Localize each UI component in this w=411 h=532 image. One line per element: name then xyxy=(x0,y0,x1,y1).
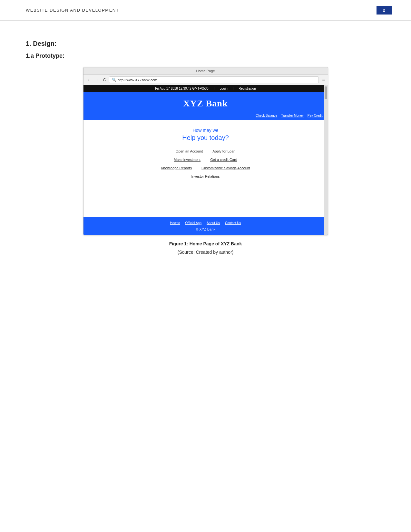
registration-link[interactable]: Registration xyxy=(239,87,256,90)
browser-tab-title: Home Page xyxy=(196,69,215,73)
site-datetime: Fri Aug 17 2018 12:39:42 GMT+0530 xyxy=(155,87,208,90)
customizable-savings-link[interactable]: Customizable Savings Account xyxy=(201,166,250,170)
website-content: Fri Aug 17 2018 12:39:42 GMT+0530 | Logi… xyxy=(83,85,328,235)
browser-main-area: Fri Aug 17 2018 12:39:42 GMT+0530 | Logi… xyxy=(83,85,328,235)
bank-title: XYZ Bank xyxy=(89,98,323,109)
browser-title-bar: Home Page xyxy=(83,67,328,75)
doc-title: WEBSITE DESIGN AND DEVELOPMENT xyxy=(26,8,119,13)
site-links-row-4: Investor Relations xyxy=(89,174,323,178)
apply-loan-link[interactable]: Apply for Loan xyxy=(212,149,235,153)
site-navbar: Check Balance Transfer Money Pay Credit xyxy=(83,113,328,120)
scroll-thumb[interactable] xyxy=(325,86,327,99)
site-links-row-2: Make investment Get a credit Card xyxy=(89,158,323,162)
section-1a-heading: 1.a Prototype: xyxy=(26,53,385,59)
forward-button[interactable]: → xyxy=(94,77,100,83)
separator-2: | xyxy=(233,87,234,90)
login-link[interactable]: Login xyxy=(220,87,227,90)
site-footer: How to Official App About Us Contact Us … xyxy=(83,217,328,235)
section-1-heading: 1. Design: xyxy=(26,40,385,47)
doc-content: 1. Design: 1.a Prototype: Home Page ← → … xyxy=(0,21,411,268)
site-header: XYZ Bank xyxy=(83,92,328,113)
site-status-bar: Fri Aug 17 2018 12:39:42 GMT+0530 | Logi… xyxy=(83,85,328,92)
scrollbar[interactable] xyxy=(324,85,328,235)
url-bar[interactable]: 🔍 http://www.XYZbank.com xyxy=(109,76,319,83)
pay-credit-link[interactable]: Pay Credit xyxy=(308,114,323,117)
make-investment-link[interactable]: Make investment xyxy=(174,158,201,162)
official-app-link[interactable]: Official App xyxy=(185,221,201,225)
doc-page-number: 2 xyxy=(377,6,392,15)
figure-source: (Source: Created by author) xyxy=(26,250,385,255)
get-credit-card-link[interactable]: Get a credit Card xyxy=(210,158,237,162)
browser-viewport: Fri Aug 17 2018 12:39:42 GMT+0530 | Logi… xyxy=(83,85,328,235)
search-icon: 🔍 xyxy=(112,78,116,82)
knowledge-reports-link[interactable]: Knowledge Reports xyxy=(161,166,192,170)
investor-relations-link[interactable]: Investor Relations xyxy=(191,174,220,178)
site-tagline-small: How may we xyxy=(89,128,323,133)
site-tagline-large: Help you today? xyxy=(89,134,323,142)
site-footer-links: How to Official App About Us Contact Us xyxy=(89,221,323,225)
site-footer-copyright: © XYZ Bank xyxy=(89,227,323,231)
contact-us-link[interactable]: Contact Us xyxy=(225,221,241,225)
separator-1: | xyxy=(214,87,215,90)
open-account-link[interactable]: Open an Account xyxy=(176,149,203,153)
check-balance-link[interactable]: Check Balance xyxy=(256,114,277,117)
browser-mockup: Home Page ← → C 🔍 http://www.XYZbank.com… xyxy=(83,67,328,235)
browser-menu-icon[interactable]: ≡ xyxy=(322,77,325,83)
url-text: http://www.XYZbank.com xyxy=(118,78,157,82)
site-links-row-3: Knowledge Reports Customizable Savings A… xyxy=(89,166,323,170)
back-button[interactable]: ← xyxy=(86,77,92,83)
site-links-row-1: Open an Account Apply for Loan xyxy=(89,149,323,153)
doc-header: WEBSITE DESIGN AND DEVELOPMENT 2 xyxy=(0,0,411,21)
refresh-button[interactable]: C xyxy=(102,77,107,83)
how-to-link[interactable]: How to xyxy=(170,221,180,225)
site-main: How may we Help you today? Open an Accou… xyxy=(83,120,328,217)
browser-toolbar: ← → C 🔍 http://www.XYZbank.com ≡ xyxy=(83,75,328,85)
transfer-money-link[interactable]: Transfer Money xyxy=(281,114,304,117)
figure-caption: Figure 1: Home Page of XYZ Bank xyxy=(26,241,385,246)
about-us-link[interactable]: About Us xyxy=(207,221,220,225)
